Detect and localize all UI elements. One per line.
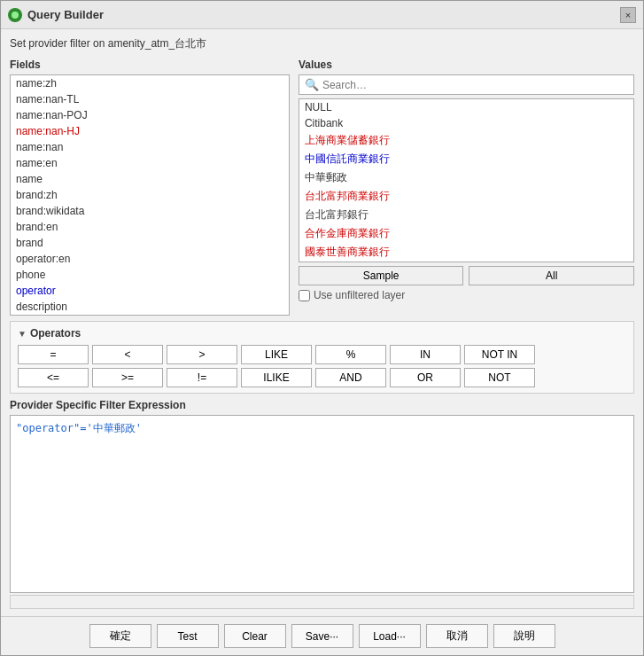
field-item-name_nan_POJ[interactable]: name:nan-POJ [11,107,289,123]
value-item-shang_hai[interactable]: 上海商業儲蓄銀行 [299,131,633,150]
panels-container: Fields name:zhname:nan-TLname:nan-POJnam… [10,59,634,316]
field-item-phone[interactable]: phone [11,267,289,283]
op-button-not[interactable]: NOT [464,368,535,387]
field-item-name[interactable]: name [11,171,289,187]
op-button-not_in[interactable]: NOT IN [464,345,535,364]
op-button-neq[interactable]: != [167,368,237,387]
values-label: Values [299,59,634,71]
confirm-button[interactable]: 確定 [89,624,151,648]
title-bar-left: Query Builder [8,8,104,22]
value-item-zhong_hua_you_zheng[interactable]: 中華郵政 [299,168,633,187]
fields-list[interactable]: name:zhname:nan-TLname:nan-POJname:nan-H… [10,74,290,316]
fields-panel: Fields name:zhname:nan-TLname:nan-POJnam… [10,59,290,316]
value-item-guo_tai_shi_shan[interactable]: 國泰世善商業銀行 [299,243,633,262]
operators-label: Operators [30,327,81,340]
op-button-gte[interactable]: >= [92,368,163,387]
window-title: Query Builder [27,8,104,21]
help-button[interactable]: 說明 [493,624,555,648]
all-button[interactable]: All [469,266,634,285]
op-button-lt[interactable]: < [92,345,163,364]
values-panel: Values 🔍 NULLCitibank上海商業儲蓄銀行中國信託商業銀行中華郵… [299,59,634,316]
op-button-gt[interactable]: > [167,345,237,364]
field-item-name_zh[interactable]: name:zh [11,75,289,91]
use-unfiltered-container: Use unfiltered layer [299,289,634,301]
clear-button[interactable]: Clear [224,624,286,648]
op-button-ilike[interactable]: ILIKE [241,368,312,387]
filter-section: Provider Specific Filter Expression "ope… [10,399,634,609]
value-item-null[interactable]: NULL [299,99,633,115]
op-button-in[interactable]: IN [390,345,461,364]
op-button-and[interactable]: AND [315,368,386,387]
value-item-guo_tai_shi_shan_he_bing[interactable]: 國泰世善聯合商業銀行 [299,262,633,262]
collapse-arrow-icon: ▼ [18,329,27,339]
value-item-tai_bei_fu_bang2[interactable]: 台北富邦銀行 [299,206,633,224]
op-button-like[interactable]: LIKE [241,345,312,364]
fields-label: Fields [10,59,290,71]
field-item-name_nan_TL[interactable]: name:nan-TL [11,91,289,107]
main-content: Set provider filter on amenity_atm_台北市 F… [1,29,643,616]
values-list[interactable]: NULLCitibank上海商業儲蓄銀行中國信託商業銀行中華郵政台北富邦商業銀行… [299,98,634,262]
field-item-currency_TWD[interactable]: currency:TWD [11,315,289,316]
value-item-citibank[interactable]: Citibank [299,115,633,131]
title-bar: Query Builder × [1,1,643,29]
values-buttons: Sample All [299,266,634,285]
bottom-bar: 確定 Test Clear Save··· Load··· 取消 說明 [1,616,643,655]
cancel-button[interactable]: 取消 [426,624,488,648]
use-unfiltered-checkbox[interactable] [299,290,310,301]
filter-label: Provider Specific Filter Expression [10,399,634,411]
field-item-description[interactable]: description [11,299,289,315]
search-input[interactable] [322,79,628,91]
operators-row-1: =<>LIKE%INNOT IN [18,345,626,364]
use-unfiltered-label: Use unfiltered layer [314,289,405,301]
value-item-zhong_guo_xin_tuo[interactable]: 中國信託商業銀行 [299,150,633,168]
field-item-brand_zh[interactable]: brand:zh [11,187,289,203]
operators-section: ▼ Operators =<>LIKE%INNOT IN <=>=!=ILIKE… [10,321,634,394]
test-button[interactable]: Test [157,624,219,648]
field-item-operator[interactable]: operator [11,283,289,299]
op-button-lte[interactable]: <= [18,368,89,387]
field-item-brand_wikidata[interactable]: brand:wikidata [11,203,289,219]
op-button-or[interactable]: OR [390,368,461,387]
field-item-brand_en[interactable]: brand:en [11,219,289,235]
field-item-name_en[interactable]: name:en [11,155,289,171]
close-button[interactable]: × [620,7,636,23]
query-builder-window: Query Builder × Set provider filter on a… [0,0,644,656]
op-button-percent[interactable]: % [315,345,386,364]
app-icon [8,8,22,22]
value-item-tai_bei_fu_bang[interactable]: 台北富邦商業銀行 [299,187,633,206]
sample-button[interactable]: Sample [299,266,464,285]
field-item-name_nan_HJ[interactable]: name:nan-HJ [11,123,289,139]
values-search-box[interactable]: 🔍 [299,74,634,95]
field-item-name_nan[interactable]: name:nan [11,139,289,155]
op-button-eq[interactable]: = [18,345,89,364]
value-item-he_zuo_jin_ku[interactable]: 合作金庫商業銀行 [299,224,633,243]
operators-grid: =<>LIKE%INNOT IN <=>=!=ILIKEANDORNOT [18,345,626,387]
field-item-operator_en[interactable]: operator:en [11,251,289,267]
save-button[interactable]: Save··· [291,624,353,648]
filter-scrollbar[interactable] [10,595,634,609]
subtitle: Set provider filter on amenity_atm_台北市 [10,36,634,51]
filter-expression[interactable]: "operator"='中華郵政' [10,415,634,593]
operators-title: ▼ Operators [18,327,626,340]
operators-row-2: <=>=!=ILIKEANDORNOT [18,368,626,387]
field-item-brand[interactable]: brand [11,235,289,251]
search-icon: 🔍 [305,78,319,91]
load-button[interactable]: Load··· [359,624,421,648]
